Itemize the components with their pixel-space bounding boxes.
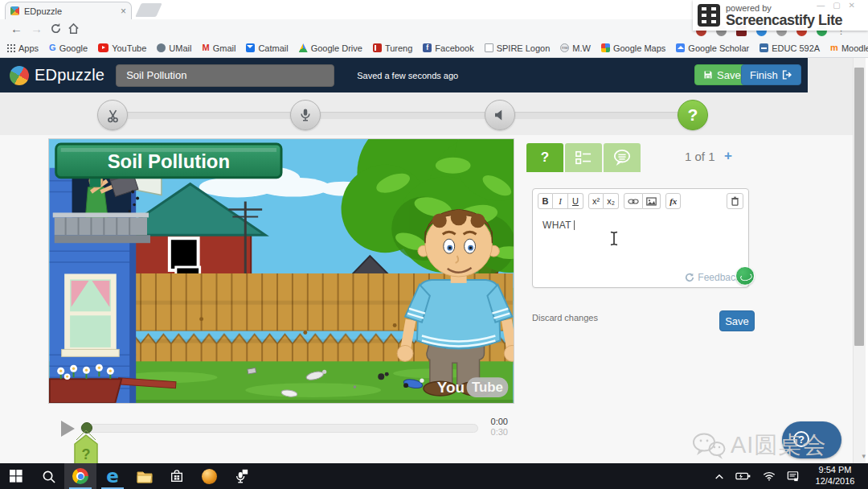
- stepper-voiceover-button[interactable]: [290, 100, 321, 130]
- tray-chevron-icon[interactable]: [714, 473, 724, 480]
- bookmark-tureng[interactable]: Tureng: [373, 43, 412, 53]
- italic-button[interactable]: I: [553, 193, 568, 209]
- taskbar-clock[interactable]: 9:54 PM 12/4/2016: [810, 465, 860, 487]
- scholar-icon: [676, 43, 685, 52]
- finish-button[interactable]: Finish: [741, 64, 801, 85]
- video-frame[interactable]: Soil Pollution You Tube: [48, 138, 514, 404]
- taskbar-store[interactable]: [161, 463, 193, 489]
- bookmark-moodle[interactable]: mMoodle: [830, 43, 868, 53]
- close-icon[interactable]: ✕: [849, 1, 863, 10]
- feedback-label: Feedback: [698, 272, 740, 283]
- bookmark-google-maps[interactable]: Google Maps: [601, 43, 665, 53]
- bold-button[interactable]: B: [538, 193, 553, 209]
- minimize-icon[interactable]: —: [817, 1, 833, 10]
- tab-comment[interactable]: [604, 143, 641, 172]
- sign-title-text: Soil Pollution: [108, 150, 230, 172]
- mw-icon: mw: [560, 43, 569, 52]
- start-button[interactable]: [0, 463, 32, 489]
- question-text-area[interactable]: WHAT: [542, 220, 575, 231]
- bookmark-google-drive[interactable]: Google Drive: [299, 43, 362, 53]
- taskbar-edge[interactable]: e: [96, 463, 129, 489]
- marker-question-glyph: ?: [82, 446, 91, 462]
- bookmark-spire[interactable]: SPIRE Logon: [485, 43, 551, 53]
- subscript-button[interactable]: x₂: [604, 193, 619, 209]
- stepper-questions-button[interactable]: ?: [678, 100, 708, 130]
- bookmark-label: Tureng: [385, 43, 412, 53]
- youtube-tube-text: Tube: [472, 380, 503, 395]
- delete-question-button[interactable]: [727, 193, 743, 209]
- film-strip-icon: [698, 4, 720, 27]
- edit-stepper-track: [113, 112, 693, 119]
- stepper-cut-button[interactable]: [97, 100, 128, 130]
- facebook-icon: f: [423, 43, 432, 52]
- video-progress-bar[interactable]: [80, 424, 478, 433]
- question-text: WHAT: [542, 220, 571, 231]
- bookmark-google-scholar[interactable]: Google Scholar: [676, 43, 749, 53]
- bookmark-mw[interactable]: mwM.W: [560, 43, 591, 53]
- open-question-icon: ?: [541, 150, 549, 166]
- taskbar-search-button[interactable]: [32, 463, 64, 489]
- apps-grid-icon: [6, 43, 15, 52]
- question-mark-icon: ?: [688, 105, 698, 125]
- action-center-icon[interactable]: [787, 471, 799, 482]
- browser-tab[interactable]: EDpuzzle ×: [5, 2, 132, 19]
- floppy-icon: [703, 70, 713, 80]
- question-marker[interactable]: ?: [72, 429, 100, 466]
- video-title-input[interactable]: [116, 64, 334, 87]
- bookmark-apps[interactable]: Apps: [6, 43, 39, 53]
- home-icon[interactable]: [68, 23, 80, 38]
- discard-changes-link[interactable]: Discard changes: [532, 313, 598, 323]
- tab-close-icon[interactable]: ×: [121, 6, 126, 17]
- superscript-button[interactable]: x²: [588, 193, 604, 209]
- save-label: Save: [717, 69, 741, 81]
- corner-caret-icon: ▾: [862, 452, 866, 460]
- tureng-icon: [373, 43, 382, 52]
- google-icon: G: [49, 43, 56, 52]
- bookmark-gmail[interactable]: MGmail: [202, 43, 235, 53]
- text-caret: [574, 220, 575, 230]
- windows-taskbar: e 9:54 PM 12/4/2016: [0, 463, 868, 489]
- bookmark-catmail[interactable]: Catmail: [246, 43, 288, 53]
- watermark-text: AI圆桌会: [731, 429, 826, 462]
- tab-quiz-question[interactable]: [565, 143, 602, 172]
- scrollbar-thumb[interactable]: [854, 68, 864, 346]
- refresh-icon: [685, 273, 694, 282]
- underline-button[interactable]: U: [568, 193, 583, 209]
- feedback-link[interactable]: Feedback: [685, 272, 740, 283]
- taskbar-file-explorer[interactable]: [129, 463, 161, 489]
- insert-image-button[interactable]: [643, 193, 661, 209]
- link-button[interactable]: [624, 193, 643, 209]
- bookmark-youtube[interactable]: YouTube: [98, 43, 146, 53]
- bookmark-google[interactable]: GGoogle: [49, 43, 88, 53]
- taskbar-chrome[interactable]: [64, 463, 96, 489]
- bookmark-facebook[interactable]: fFacebook: [423, 43, 473, 53]
- stepper-audio-notes-button[interactable]: [485, 100, 515, 130]
- chrome-icon: [72, 468, 88, 484]
- add-question-button[interactable]: +: [724, 148, 732, 164]
- bookmark-umail[interactable]: UMail: [157, 43, 191, 53]
- tab-open-question[interactable]: ?: [526, 143, 563, 172]
- store-bag-icon: [170, 469, 184, 483]
- scissors-icon: [105, 108, 121, 123]
- wifi-icon[interactable]: [763, 471, 776, 481]
- envelope-icon: [246, 43, 255, 52]
- refresh-icon[interactable]: [50, 23, 62, 38]
- brand-name: EDpuzzle: [35, 66, 104, 84]
- system-tray: 9:54 PM 12/4/2016: [714, 465, 868, 487]
- edpuzzle-logo[interactable]: EDpuzzle: [10, 66, 104, 85]
- speaker-icon: [493, 108, 507, 122]
- bookmark-label: Google Scholar: [688, 43, 749, 53]
- bookmark-educ-592a[interactable]: EDUC 592A: [760, 43, 820, 53]
- taskbar-gom-player[interactable]: [193, 463, 225, 489]
- new-tab-button[interactable]: [135, 3, 162, 17]
- taskbar-recorder[interactable]: [225, 463, 257, 489]
- bookmark-label: Catmail: [258, 43, 288, 53]
- umail-icon: [157, 43, 166, 52]
- channel-watermark: AI圆桌会: [691, 429, 826, 462]
- link-icon: [628, 198, 639, 205]
- maximize-icon[interactable]: ▢: [833, 1, 848, 10]
- back-icon[interactable]: ←: [10, 19, 23, 39]
- question-save-button[interactable]: Save: [719, 310, 755, 331]
- formula-button[interactable]: fx: [665, 193, 681, 209]
- battery-icon[interactable]: [735, 471, 751, 481]
